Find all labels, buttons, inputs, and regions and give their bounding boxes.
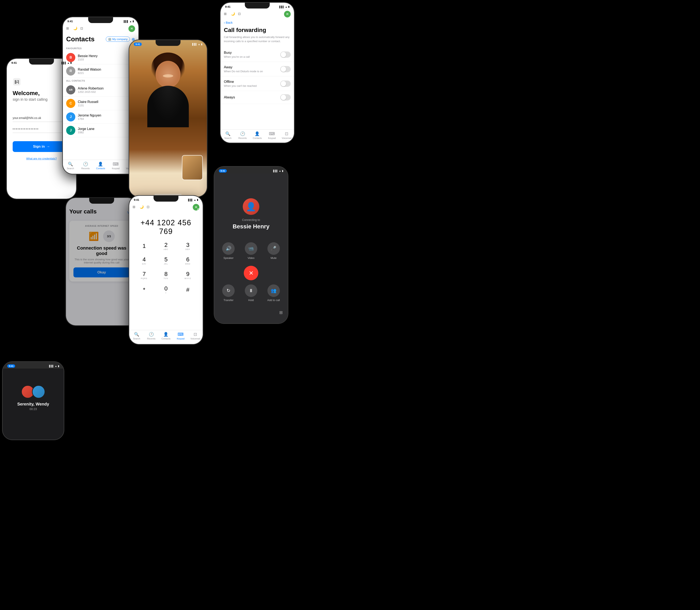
busy-toggle[interactable] <box>280 51 291 58</box>
forwarding-offline[interactable]: Offline When you can't be reached <box>220 76 294 91</box>
contacts-phone: 9:41 ▌▌▌ ▲ ▮ ⊞ 🌙 ⊡ H Contacts 🏢 My compa… <box>62 17 139 174</box>
notch <box>88 17 113 23</box>
notch <box>245 3 270 9</box>
tab-keypad[interactable]: ⌨ Keypad <box>265 131 279 139</box>
contact-claire[interactable]: C Claire Russell 1131 <box>63 97 138 110</box>
email-input[interactable] <box>13 114 70 122</box>
search-icon: 🔍 <box>225 131 231 136</box>
contact-ext: 2103 <box>78 58 135 61</box>
action-transfer[interactable]: ↻ Transfer <box>219 285 238 302</box>
tab-label: Keypad <box>268 137 276 139</box>
user-avatar[interactable]: H <box>193 204 199 210</box>
connection-title: Connection speed was good <box>73 245 130 256</box>
action-video[interactable]: 📹 Video <box>242 242 260 259</box>
group-avatars <box>21 385 45 398</box>
key-5[interactable]: 5JKL <box>155 254 177 268</box>
tab-keypad[interactable]: ⌨ Keypad <box>108 162 123 170</box>
option-title: Always <box>224 95 235 99</box>
end-call-button[interactable]: ✕ <box>244 266 258 280</box>
tab-label: Contacts <box>253 137 262 139</box>
speaker-icon: 🔊 <box>222 242 235 255</box>
contact-ext: 3382 <box>78 131 135 134</box>
forwarding-option-text: Away When Do not Disturb mode is on <box>224 65 263 73</box>
moon-icon[interactable]: 🌙 <box>73 26 78 31</box>
key-9[interactable]: 9WXYZ <box>177 268 199 283</box>
recents-icon: 🕐 <box>149 332 154 337</box>
user-avatar[interactable]: H <box>284 11 291 17</box>
forwarding-title: Call forwarding <box>220 26 294 35</box>
moon-icon[interactable]: 🌙 <box>231 12 235 16</box>
grid-icon[interactable]: ⊞ <box>133 205 137 209</box>
action-hold[interactable]: ⏸ Hold <box>242 285 260 302</box>
key-2[interactable]: 2ABC <box>155 239 177 253</box>
connection-desc: This is the score showing how good was y… <box>73 258 130 264</box>
contact-ext: 1131 <box>78 104 135 107</box>
tab-recents[interactable]: 🕐 Recents <box>78 162 93 170</box>
notch <box>238 167 264 173</box>
group-call-names: Serenity, Wendy <box>17 402 49 406</box>
back-button[interactable]: ‹ Back <box>220 19 294 26</box>
forwarding-away[interactable]: Away When Do not Disturb mode is on <box>220 62 294 76</box>
action-add-to-call[interactable]: 👥 Add to call <box>264 285 283 302</box>
tab-search[interactable]: 🔍 Search <box>63 162 78 170</box>
voicemail-icon[interactable]: ⊡ <box>80 26 85 31</box>
contact-jorge[interactable]: J Jorge Lane 3382 <box>63 124 138 137</box>
speed-label: AVERAGE INTERNET SPEED <box>73 225 130 227</box>
my-company-button[interactable]: 🏢 My company <box>106 36 130 42</box>
speed-badge: 3/3 <box>103 230 115 242</box>
tab-voicemail[interactable]: ⊡ Voicemail <box>279 131 294 139</box>
tab-voicemail[interactable]: ⊡ Voicemail <box>188 332 203 340</box>
tab-label: Keypad <box>177 337 184 340</box>
voicemail-icon[interactable]: ⊡ <box>147 205 151 209</box>
okay-button[interactable]: Okay <box>73 268 130 277</box>
key-0[interactable]: 0+ <box>155 283 177 297</box>
offline-toggle[interactable] <box>280 81 291 87</box>
key-star[interactable]: * <box>133 283 155 297</box>
contact-randall[interactable]: R Randall Watson 8221 <box>63 64 138 78</box>
signal-icon: ▌▌▌ <box>273 170 278 172</box>
voicemail-icon[interactable]: ⊡ <box>238 12 243 16</box>
contact-ext: 1764 <box>78 117 135 121</box>
signin-button[interactable]: Sign in → <box>13 141 70 152</box>
forwarding-busy[interactable]: Busy When you're on a call <box>220 47 294 62</box>
tab-search[interactable]: 🔍 Search <box>129 332 144 340</box>
password-input[interactable] <box>13 125 70 133</box>
tab-keypad[interactable]: ⌨ Keypad <box>173 332 188 340</box>
credentials-link[interactable]: What are my credentials? <box>13 157 70 160</box>
user-avatar[interactable]: H <box>129 25 135 32</box>
avatar-2 <box>32 385 45 398</box>
tab-contacts[interactable]: 👤 Contacts <box>93 162 108 170</box>
key-8[interactable]: 8TUV <box>155 268 177 283</box>
moon-icon[interactable]: 🌙 <box>140 205 144 209</box>
grid-icon[interactable]: ⊞ <box>66 26 71 31</box>
grid-icon[interactable]: ⊞ <box>224 12 229 16</box>
key-3[interactable]: 3DEF <box>177 239 199 253</box>
forwarding-desc: Call forwarding allows you to automatica… <box>220 35 294 47</box>
away-toggle[interactable] <box>280 66 291 72</box>
call-actions-top: 🔊 Speaker 📹 Video 🎤 Mute <box>214 242 288 259</box>
building-icon: 🏢 <box>108 37 112 41</box>
tab-recents[interactable]: 🕐 Recents <box>235 131 250 139</box>
key-hash[interactable]: # <box>177 283 199 297</box>
tab-contacts[interactable]: 👤 Contacts <box>250 131 265 139</box>
tab-recents[interactable]: 🕐 Recents <box>144 332 159 340</box>
keypad-dots-icon[interactable]: ⊞ <box>279 310 283 315</box>
key-6[interactable]: 6MNO <box>177 254 199 268</box>
always-toggle[interactable] <box>280 94 291 100</box>
key-1[interactable]: 1 <box>133 239 155 253</box>
forwarding-always[interactable]: Always <box>220 91 294 104</box>
tab-search[interactable]: 🔍 Search <box>220 131 235 139</box>
contact-jerome[interactable]: J Jerome Nguyen 1764 <box>63 110 138 124</box>
action-speaker[interactable]: 🔊 Speaker <box>219 242 238 259</box>
toolbar-left: ⊞ 🌙 ⊡ <box>224 12 243 16</box>
key-4[interactable]: 4GHI <box>133 254 155 268</box>
tab-contacts[interactable]: 👤 Contacts <box>159 332 173 340</box>
group-call-bg: Serenity, Wendy 00:23 <box>3 369 64 439</box>
all-contacts-label: ALL CONTACTS <box>63 78 138 83</box>
contact-arlene[interactable]: AR Arlene Robertson 1202 2415 632 <box>63 83 138 97</box>
action-mute[interactable]: 🎤 Mute <box>264 242 283 259</box>
callee-avatar: 👤 <box>243 198 259 215</box>
notch <box>155 40 181 46</box>
key-7[interactable]: 7PQRS <box>133 268 155 283</box>
hold-icon: ⏸ <box>245 285 257 297</box>
